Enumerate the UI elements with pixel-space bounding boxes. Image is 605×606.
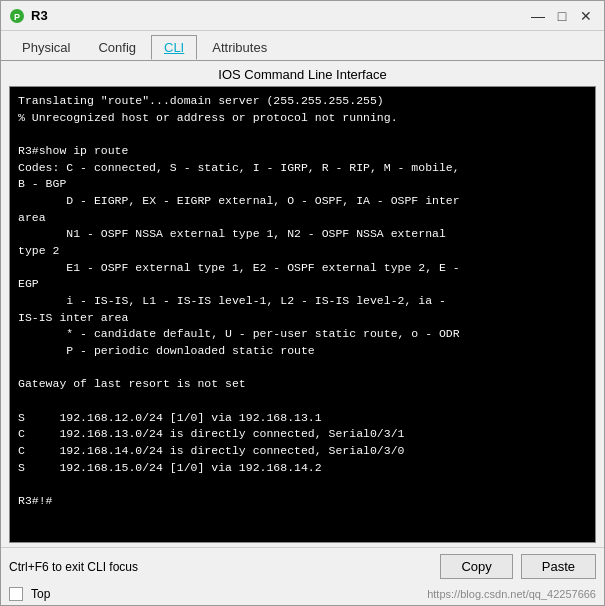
tab-bar: Physical Config CLI Attributes [1,31,604,61]
svg-text:P: P [14,12,20,22]
app-logo: P [9,8,25,24]
minimize-button[interactable]: — [528,6,548,26]
maximize-button[interactable]: □ [552,6,572,26]
main-window: P R3 — □ ✕ Physical Config CLI Attribute… [0,0,605,606]
tab-config[interactable]: Config [85,35,149,60]
close-button[interactable]: ✕ [576,6,596,26]
cli-output[interactable]: Translating "route"...domain server (255… [9,86,596,543]
top-label: Top [31,587,50,601]
window-controls: — □ ✕ [528,6,596,26]
top-checkbox[interactable] [9,587,23,601]
tab-cli[interactable]: CLI [151,35,197,60]
window-title: R3 [31,8,528,23]
tab-physical[interactable]: Physical [9,35,83,60]
paste-button[interactable]: Paste [521,554,596,579]
status-text: Ctrl+F6 to exit CLI focus [9,560,432,574]
cli-title: IOS Command Line Interface [1,61,604,86]
tab-attributes[interactable]: Attributes [199,35,280,60]
bottom-bar: Ctrl+F6 to exit CLI focus Copy Paste [1,547,604,585]
title-bar: P R3 — □ ✕ [1,1,604,31]
watermark: https://blog.csdn.net/qq_42257666 [427,588,596,600]
copy-button[interactable]: Copy [440,554,512,579]
footer: Top https://blog.csdn.net/qq_42257666 [1,585,604,605]
